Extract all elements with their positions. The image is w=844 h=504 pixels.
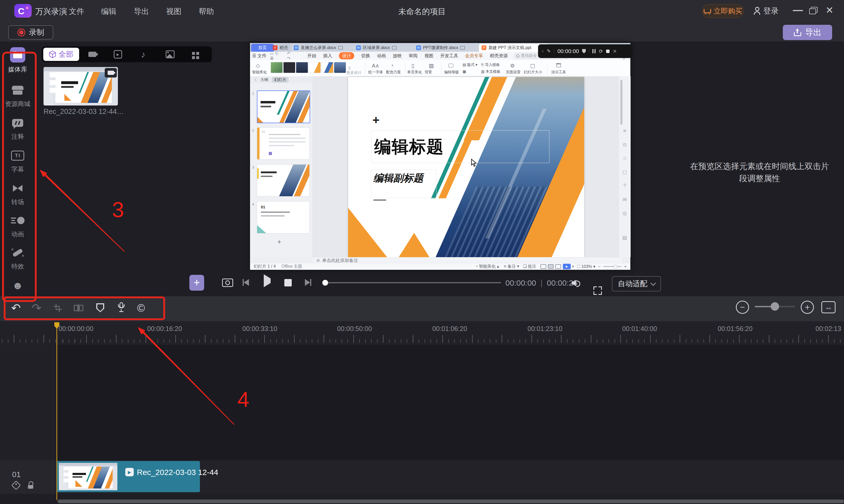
track-number: 01 — [12, 470, 21, 479]
record-button[interactable]: 录制 — [8, 25, 53, 39]
pause-icon — [592, 49, 595, 53]
ppt-ribbon: ◇智能美化 ⠿更多设计 A∧统一字体 ◔配色方案 ▯单页美化 ▨背景 🖵编辑母版… — [250, 60, 630, 76]
ppt-status-bar: 幻灯片 1 / 4 Office 主题 ◔ 智能美化 ▴ ≡ 备注 ▾ ❏ 批注… — [250, 263, 630, 270]
export-button[interactable]: 导出 — [783, 25, 832, 40]
sidebar-label: 特效 — [4, 262, 32, 271]
comment-icon — [12, 119, 23, 127]
ppt-scrollbar — [620, 80, 623, 125]
voiceover-button[interactable] — [117, 302, 126, 313]
ppt-panel-tabs: 《 大纲 幻灯片 — [250, 76, 315, 83]
grid-icon — [192, 52, 195, 55]
buy-now-button[interactable]: 立即购买 — [702, 4, 744, 18]
fullscreen-button[interactable] — [593, 286, 602, 295]
sidebar-item-captions[interactable]: TI 字幕 — [4, 148, 32, 174]
subtitle-icon: TI — [11, 150, 24, 161]
timeline-toolbar — [0, 296, 844, 322]
sidebar-label: 注释 — [4, 132, 32, 141]
slide-thumb-4: 01 — [257, 201, 310, 233]
add-slide-button: + — [277, 238, 281, 246]
sidebar-item-media-library[interactable]: 媒体库 — [4, 47, 32, 74]
ruler-label: 00:00:16:20 — [147, 325, 182, 332]
seek-handle[interactable] — [322, 280, 328, 286]
redo-button[interactable]: ↷ — [32, 300, 41, 316]
ruler-label: 00:00:33:10 — [243, 325, 277, 332]
tab-images[interactable] — [166, 50, 175, 58]
undo-button[interactable]: ↶ — [11, 300, 21, 316]
media-clip-card[interactable] — [43, 67, 118, 106]
sidebar-item-effects[interactable]: ✕✕ 特效 — [4, 245, 32, 271]
ppt-menu-design: 设计 — [339, 52, 354, 59]
split-button[interactable] — [74, 304, 83, 312]
tab-audio[interactable]: ♪ — [139, 50, 148, 58]
tab-all-label: 全部 — [58, 49, 73, 59]
tab-elements[interactable] — [191, 50, 200, 58]
next-frame-button[interactable] — [305, 279, 311, 286]
close-button[interactable]: ✕ — [826, 5, 833, 16]
track-lock-icon[interactable] — [28, 481, 34, 489]
add-to-timeline-button[interactable]: + — [190, 275, 204, 291]
playhead-line[interactable] — [56, 322, 57, 500]
prev-frame-button[interactable] — [243, 279, 249, 286]
slide-canvas: + 编辑标题 编辑副标题 — [348, 77, 584, 258]
login-button[interactable]: 登录 — [753, 6, 778, 16]
tab-video[interactable] — [88, 50, 97, 58]
horizontal-scrollbar[interactable] — [57, 500, 844, 503]
stop-icon — [606, 50, 610, 53]
copyright-button[interactable]: © — [137, 300, 145, 316]
ruler-label: 00:01:40:00 — [622, 325, 657, 332]
menu-file[interactable]: 文件 — [65, 6, 88, 17]
sidebar-item-animation[interactable]: 动画 — [4, 213, 32, 238]
cart-icon — [704, 9, 711, 13]
timeline-body[interactable] — [0, 345, 844, 460]
sidebar-label: 媒体库 — [4, 65, 32, 74]
snapshot-button[interactable] — [222, 278, 233, 287]
ppt-tab-doc2: W区域录屏.docx — [354, 44, 417, 52]
slide-plus: + — [373, 113, 379, 127]
crop-button[interactable] — [54, 304, 61, 312]
video-track[interactable]: 01 ▶ Rec_2022-03-03 12-44 — [0, 460, 844, 494]
seek-bar[interactable] — [325, 282, 501, 283]
tab-all-media[interactable]: 全部 — [43, 48, 79, 61]
close-recorder-icon: ✕ — [613, 48, 617, 54]
timeline-ruler[interactable]: 00:00:00:00 00:00:16:20 00:00:33:10 00:0… — [0, 321, 844, 345]
timeline-clip[interactable]: ▶ Rec_2022-03-03 12-44 — [57, 461, 200, 492]
menu-edit[interactable]: 编辑 — [97, 6, 121, 17]
record-label: 录制 — [29, 27, 44, 38]
media-clip-name: Rec_2022-03-03 12-44… — [43, 108, 125, 116]
minimize-button[interactable] — [793, 10, 803, 11]
ruler-label: 00:02:13 — [815, 325, 841, 332]
tab-recordings[interactable]: ▶ — [113, 50, 122, 58]
collapse-icon: ‹ — [542, 48, 543, 55]
smiley-icon: ☻ — [12, 280, 23, 291]
video-badge-icon — [105, 68, 117, 77]
menu-export[interactable]: 导出 — [129, 6, 153, 17]
preview-viewport[interactable]: 首页 V稻壳 W直播怎么录屏.docx W区域录屏.docx WPPT微课制作.… — [250, 43, 630, 270]
zoom-out-button[interactable]: − — [736, 301, 749, 314]
slide-thumb-2: “ — [257, 127, 310, 160]
menu-help[interactable]: 帮助 — [194, 6, 218, 17]
zoom-slider-handle[interactable] — [771, 302, 779, 311]
slide-thumb-1 — [257, 90, 310, 123]
sidebar-item-stickers[interactable]: ☻ — [4, 277, 32, 293]
fit-mode-dropdown[interactable]: 自动适配 — [612, 276, 661, 291]
slide-title-box: 编辑标题 — [371, 130, 550, 163]
track-visibility-icon[interactable] — [11, 481, 21, 490]
recorder-time: 00:00:00 — [557, 48, 579, 54]
buy-now-label: 立即购买 — [714, 6, 742, 16]
sidebar-item-annotation[interactable]: 注释 — [4, 115, 32, 141]
sidebar-item-store[interactable]: 资源商城 — [4, 82, 32, 108]
fit-timeline-button[interactable]: ↔ — [821, 301, 836, 313]
stop-button[interactable] — [284, 279, 292, 286]
media-type-tabs: 全部 ▶ ♪ — [42, 47, 212, 62]
play-button[interactable] — [264, 278, 271, 283]
zoom-in-button[interactable]: + — [801, 301, 814, 314]
slide-subtitle: 编辑副标题 — [373, 172, 423, 185]
volume-button[interactable] — [572, 279, 581, 287]
app-name: 万兴录演 — [35, 6, 67, 17]
mouse-cursor — [471, 159, 478, 167]
menu-view[interactable]: 视图 — [162, 6, 186, 17]
slide-title: 编辑标题 — [374, 135, 444, 158]
sidebar-item-transitions[interactable]: 转场 — [4, 180, 32, 206]
export-label: 导出 — [805, 27, 822, 38]
slideshow-play-button: ▶ — [563, 264, 571, 269]
